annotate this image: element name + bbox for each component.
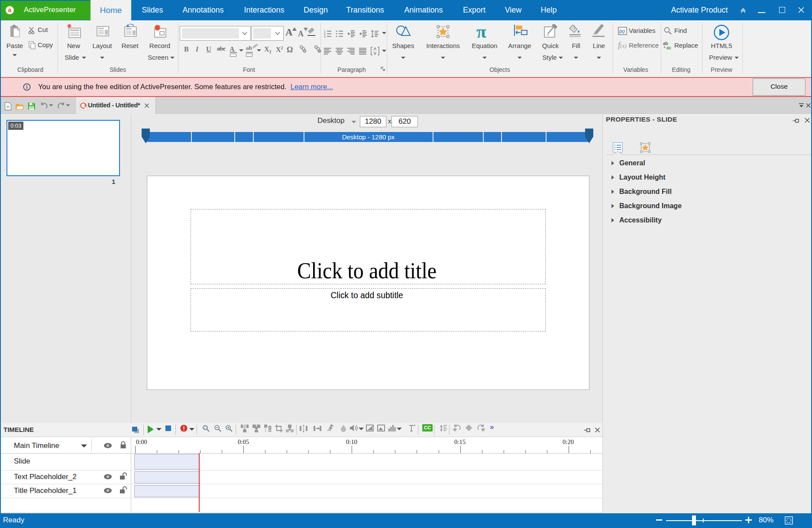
svg-text:ac: ac — [666, 45, 672, 50]
svg-text:3: 3 — [324, 35, 326, 38]
svg-text:(x): (x) — [619, 29, 625, 34]
